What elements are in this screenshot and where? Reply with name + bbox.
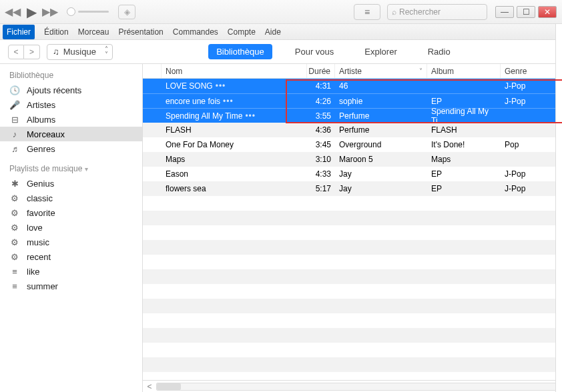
track-row[interactable]: Maps3:10Maroon 5Maps	[143, 152, 562, 167]
empty-row	[143, 269, 562, 284]
note-icon: ♪	[9, 129, 20, 139]
track-genre	[501, 109, 546, 123]
menu-morceau[interactable]: Morceau	[78, 27, 109, 37]
rewind-button[interactable]: ◀◀	[5, 6, 20, 18]
horizontal-scrollbar[interactable]: <	[143, 380, 562, 392]
right-stripe	[555, 24, 562, 392]
empty-row	[143, 343, 562, 357]
track-artist: Overground	[335, 137, 427, 152]
sidebar-item-label: Morceaux	[27, 129, 65, 139]
sort-asc-icon: ˅	[419, 67, 423, 75]
column-duration[interactable]: Durée	[307, 64, 335, 78]
empty-row	[143, 299, 562, 313]
sidebar-item-favorite[interactable]: ⚙favorite	[0, 205, 142, 220]
window-maximize-button[interactable]: ☐	[517, 6, 535, 18]
tab-explorer[interactable]: Explorer	[356, 44, 404, 59]
column-album[interactable]: Album	[427, 64, 501, 78]
search-input[interactable]: ⌕ Rechercher	[387, 4, 487, 20]
topbar: ◀◀ ▶ ▶▶ ◈ ≡ ⌕ Rechercher — ☐ ✕	[0, 0, 562, 24]
empty-row	[143, 372, 562, 380]
forward-nav-button[interactable]: >	[24, 45, 40, 59]
sidebar-item-albums[interactable]: ⊟Albums	[0, 112, 142, 127]
sidebar-item-like[interactable]: ≡like	[0, 264, 142, 279]
search-icon: ⌕	[392, 7, 396, 17]
track-row[interactable]: FLASH4:36PerfumeFLASH	[143, 123, 562, 137]
airplay-button[interactable]: ◈	[118, 5, 135, 19]
sidebar-item-ajouts-récents[interactable]: 🕓Ajouts récents	[0, 83, 142, 97]
media-select-label: Musique	[63, 47, 96, 57]
tab-bibliotheque[interactable]: Bibliothèque	[208, 44, 272, 59]
tab-pourvous[interactable]: Pour vous	[287, 44, 342, 59]
track-name: One For Da Money	[166, 140, 234, 149]
track-artist: Jay	[335, 181, 427, 196]
empty-row	[143, 225, 562, 240]
track-name: encore une fois	[166, 97, 220, 106]
gear-icon: ⚙	[9, 207, 20, 218]
window-minimize-button[interactable]: —	[495, 6, 514, 18]
track-album: EP	[427, 167, 501, 181]
media-type-select[interactable]: ♫ Musique ˄˅	[47, 44, 113, 60]
menu-edition[interactable]: Édition	[44, 27, 69, 37]
sidebar-item-genres[interactable]: ♬Genres	[0, 141, 142, 156]
more-dots-icon[interactable]: •••	[223, 97, 234, 106]
menubar: Fichier Édition Morceau Présentation Com…	[0, 24, 562, 40]
sidebar-item-label: music	[27, 237, 49, 247]
empty-row	[143, 255, 562, 269]
track-artist: Perfume	[335, 123, 427, 137]
mic-icon: 🎤	[9, 99, 20, 110]
sidebar-item-genius[interactable]: ✱Genius	[0, 176, 142, 191]
menu-presentation[interactable]: Présentation	[118, 27, 163, 37]
menu-fichier[interactable]: Fichier	[3, 25, 35, 39]
track-row[interactable]: Eason4:33JayEPJ-Pop	[143, 167, 562, 181]
sidebar-item-summer[interactable]: ≡summer	[0, 279, 142, 293]
track-row[interactable]: LOVE SONG•••4:3146J-Pop	[143, 79, 562, 93]
list-view-button[interactable]: ≡	[354, 4, 380, 20]
menu-commandes[interactable]: Commandes	[173, 27, 218, 37]
sidebar: Bibliothèque 🕓Ajouts récents🎤Artistes⊟Al…	[0, 64, 143, 392]
genius-icon: ✱	[9, 178, 20, 189]
track-row[interactable]: One For Da Money3:45OvergroundIt's Done!…	[143, 137, 562, 152]
play-button[interactable]: ▶	[24, 6, 39, 18]
window-close-button[interactable]: ✕	[538, 6, 557, 18]
track-duration: 4:31	[307, 79, 335, 93]
track-genre	[501, 123, 546, 137]
track-genre: J-Pop	[501, 181, 546, 196]
volume-slider[interactable]	[67, 7, 109, 16]
sidebar-item-classic[interactable]: ⚙classic	[0, 191, 142, 205]
sidebar-item-music[interactable]: ⚙music	[0, 235, 142, 249]
scroll-left-icon[interactable]: <	[143, 382, 156, 391]
track-duration: 4:36	[307, 123, 335, 137]
sidebar-item-love[interactable]: ⚙love	[0, 220, 142, 235]
menu-aide[interactable]: Aide	[265, 27, 281, 37]
sidebar-item-morceaux[interactable]: ♪Morceaux	[0, 127, 142, 141]
sidebar-item-label: recent	[27, 252, 51, 262]
menu-compte[interactable]: Compte	[228, 27, 256, 37]
column-artist[interactable]: Artiste˅	[335, 64, 427, 78]
sidebar-item-artistes[interactable]: 🎤Artistes	[0, 97, 142, 112]
more-dots-icon[interactable]: •••	[245, 111, 256, 121]
track-album: Spending All My Ti…	[427, 109, 501, 123]
guitar-icon: ♬	[9, 143, 20, 154]
track-duration: 4:26	[307, 94, 335, 108]
track-row[interactable]: encore une fois•••4:26sophieEPJ-Pop	[143, 93, 562, 108]
track-genre: J-Pop	[501, 167, 546, 181]
back-button[interactable]: <	[8, 45, 24, 59]
sidebar-item-recent[interactable]: ⚙recent	[0, 249, 142, 264]
content: Nom Durée Artiste˅ Album Genre LOVE SONG…	[143, 64, 562, 392]
track-name: Spending All My Time	[166, 111, 242, 121]
track-artist: Jay	[335, 167, 427, 181]
clock-icon: 🕓	[9, 85, 20, 95]
like-icon: ≡	[9, 266, 20, 277]
sidebar-header-playlists[interactable]: Playlists de musique▾	[0, 161, 142, 176]
forward-button[interactable]: ▶▶	[43, 6, 57, 18]
column-genre[interactable]: Genre	[501, 64, 546, 78]
tab-radio[interactable]: Radio	[420, 44, 459, 59]
track-row[interactable]: flowers sea5:17JayEPJ-Pop	[143, 181, 562, 196]
sidebar-item-label: summer	[27, 281, 58, 291]
more-dots-icon[interactable]: •••	[216, 81, 226, 91]
track-artist: Perfume	[335, 109, 427, 123]
track-name: Eason	[166, 169, 188, 179]
column-name[interactable]: Nom	[162, 64, 307, 78]
sidebar-item-label: favorite	[27, 208, 55, 218]
track-row[interactable]: Spending All My Time•••3:55PerfumeSpendi…	[143, 108, 562, 123]
